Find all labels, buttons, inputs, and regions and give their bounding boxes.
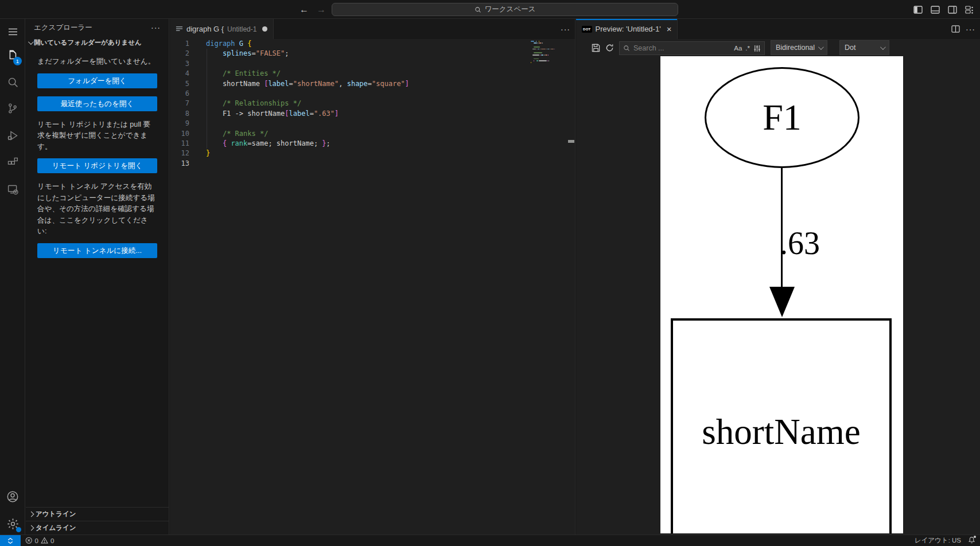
section-no-folder-opened[interactable]: 開いているフォルダーがありません — [26, 36, 169, 49]
gutter: 12345678910111213 — [170, 39, 197, 169]
editor-group: digraph G { Untitled-1 ··· 1234567891011… — [170, 19, 575, 535]
match-case-button[interactable]: Aa — [734, 45, 742, 52]
problems-status[interactable]: 0 0 — [25, 535, 54, 546]
preview-more-actions-icon[interactable]: ··· — [966, 25, 975, 34]
sidebar-item-extensions[interactable] — [0, 150, 25, 175]
preview-tab-bar: DOT Preview: 'Untitled-1' × ··· — [576, 19, 980, 39]
explorer-badge: 1 — [13, 57, 22, 65]
search-icon — [475, 6, 481, 13]
close-icon[interactable]: × — [667, 24, 672, 34]
tab-label: digraph G { — [186, 25, 224, 33]
tab-untitled-1[interactable]: digraph G { Untitled-1 — [170, 19, 274, 39]
remote-repo-hint: リモート リポジトリまたは pull 要求を複製せずに開くことができます。 — [37, 119, 157, 153]
overview-ruler-cursor — [568, 140, 574, 143]
debug-icon — [7, 130, 19, 142]
chevron-right-icon — [29, 525, 34, 531]
no-folder-text: まだフォルダーを開いていません。 — [37, 56, 157, 68]
preview-search-box: Aa .* — [619, 41, 765, 55]
sidebar-item-source-control[interactable] — [0, 96, 25, 121]
regex-button[interactable]: .* — [745, 45, 750, 52]
code-editor[interactable]: 12345678910111213 digraph G { splines="F… — [170, 39, 575, 535]
chevron-right-icon — [29, 512, 34, 517]
dot-language-icon: DOT — [582, 26, 592, 33]
refresh-icon — [605, 44, 614, 52]
save-button[interactable] — [589, 41, 602, 55]
direction-select[interactable]: Bidirectional — [771, 40, 827, 55]
chevron-down-icon — [28, 39, 34, 45]
preview-search-input[interactable] — [633, 44, 730, 52]
error-icon — [25, 537, 33, 544]
search-icon — [623, 45, 630, 52]
settings-badge — [16, 527, 21, 532]
vscode-window: ← → ワークスペース 1 — [0, 0, 980, 546]
remote-explorer-icon — [7, 184, 19, 196]
chevron-down-icon — [880, 44, 886, 50]
remote-icon — [7, 537, 14, 544]
tab-detail: Untitled-1 — [227, 25, 256, 33]
file-icon — [176, 25, 183, 33]
menu-icon[interactable] — [0, 19, 25, 44]
warning-icon — [41, 537, 48, 544]
notification-dot — [974, 536, 976, 538]
notifications-bell[interactable] — [968, 536, 975, 545]
sidebar-more-actions-icon[interactable]: ··· — [151, 23, 161, 32]
graph-node-f1[interactable]: F1 — [705, 67, 860, 168]
timeline-pane-header[interactable]: タイムライン — [26, 521, 169, 535]
activity-bar: 1 — [0, 19, 25, 535]
minimap[interactable] — [531, 40, 555, 69]
keyboard-layout-status[interactable]: レイアウト: US — [915, 536, 961, 545]
outline-pane-header[interactable]: アウトライン — [26, 507, 169, 521]
account-icon[interactable] — [0, 484, 25, 509]
title-bar: ← → ワークスペース — [0, 0, 980, 19]
tunnel-hint: リモート トンネル アクセスを有効にしたコンピューターに接続する場合や、その方法… — [37, 181, 157, 237]
reload-button[interactable] — [602, 41, 616, 55]
sidebar-item-remote-explorer[interactable] — [0, 177, 25, 202]
extensions-icon — [7, 157, 18, 168]
explorer-sidebar: エクスプローラー ··· 開いているフォルダーがありません まだフォルダーを開い… — [26, 19, 169, 535]
status-bar: 0 0 レイアウト: US — [0, 535, 980, 546]
editor-tab-bar: digraph G { Untitled-1 ··· — [170, 19, 575, 39]
arrowhead-icon — [769, 287, 795, 317]
go-forward-icon[interactable]: → — [317, 5, 326, 15]
modified-dot-icon[interactable] — [262, 26, 267, 32]
sidebar-item-explorer[interactable]: 1 — [0, 43, 25, 68]
preview-group: DOT Preview: 'Untitled-1' × ··· Aa .* — [576, 19, 980, 535]
settings-gear-icon[interactable] — [0, 511, 25, 536]
sidebar-item-search[interactable] — [0, 69, 25, 95]
graph-canvas[interactable]: F1 .63 shortName — [660, 56, 903, 533]
remote-indicator[interactable] — [0, 535, 21, 546]
options-sliders-icon[interactable] — [753, 45, 761, 52]
open-remote-repo-button[interactable]: リモート リポジトリを開く — [37, 158, 157, 173]
split-editor-icon[interactable] — [951, 25, 960, 33]
customize-layout-icon[interactable] — [965, 6, 974, 14]
chevron-down-icon — [818, 44, 824, 50]
editor-more-actions-icon[interactable]: ··· — [561, 25, 570, 34]
command-center-label: ワークスペース — [485, 5, 536, 14]
engine-select[interactable]: Dot — [839, 40, 889, 55]
graph-node-shortname[interactable]: shortName — [671, 318, 892, 533]
toggle-panel-icon[interactable] — [931, 6, 940, 14]
sidebar-title: エクスプローラー — [34, 23, 92, 33]
edge-label: .63 — [780, 225, 820, 262]
tab-preview-untitled-1[interactable]: DOT Preview: 'Untitled-1' × — [576, 19, 678, 39]
go-back-icon[interactable]: ← — [300, 5, 309, 15]
source-control-icon — [7, 103, 18, 114]
explorer-welcome-view: まだフォルダーを開いていません。 フォルダーを開く 最近使ったものを開く リモー… — [26, 49, 169, 258]
command-center-search[interactable]: ワークスペース — [332, 3, 678, 16]
open-recent-button[interactable]: 最近使ったものを開く — [37, 96, 157, 111]
warning-count: 0 — [50, 537, 54, 544]
preview-toolbar: Aa .* Bidirectional Dot — [576, 39, 980, 57]
save-icon — [592, 44, 600, 52]
toggle-secondary-sidebar-icon[interactable] — [948, 6, 957, 14]
tab-label: Preview: 'Untitled-1' — [596, 25, 661, 33]
toggle-sidebar-icon[interactable] — [913, 6, 923, 14]
connect-tunnel-button[interactable]: リモート トンネルに接続... — [37, 243, 157, 258]
error-count: 0 — [35, 537, 38, 544]
open-folder-button[interactable]: フォルダーを開く — [37, 73, 157, 88]
sidebar-item-run-debug[interactable] — [0, 123, 25, 148]
code-lines: digraph G { splines="FALSE"; /* Entities… — [206, 39, 563, 169]
node-label: shortName — [702, 411, 860, 453]
search-icon — [7, 76, 19, 88]
node-label: F1 — [763, 96, 802, 139]
